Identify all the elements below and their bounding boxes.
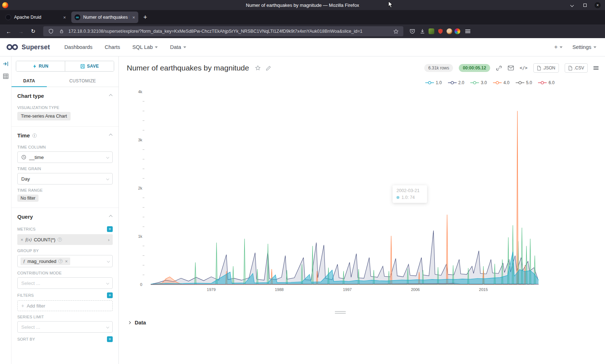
time-grain-label: TIME GRAIN: [17, 167, 113, 171]
tab-data[interactable]: DATA: [12, 75, 47, 87]
fx-icon: f(x): [26, 237, 32, 242]
save-button[interactable]: SAVE: [65, 61, 114, 71]
pocket-icon[interactable]: [408, 27, 416, 35]
timer-badge: 00:00:05.12: [459, 64, 490, 72]
timeseries-chart[interactable]: 01k2k3k4k19791988199720062015: [135, 87, 550, 297]
window-maximize-button[interactable]: [582, 2, 588, 8]
legend-item[interactable]: 2.0: [448, 80, 465, 85]
legend-item[interactable]: 5.0: [516, 80, 532, 85]
tooltip-date: 2002-03-21: [396, 188, 423, 193]
forward-button[interactable]: →: [16, 27, 26, 36]
back-button[interactable]: ←: [4, 27, 14, 36]
time-column-value: __time: [29, 155, 44, 160]
time-grain-select[interactable]: Day: [17, 173, 113, 185]
contribution-mode-select[interactable]: Select ...: [17, 277, 113, 289]
chart-legend: 1.02.03.04.05.06.0: [425, 80, 555, 85]
new-tab-button[interactable]: +: [143, 14, 147, 21]
reload-button[interactable]: ↻: [28, 27, 38, 36]
group-by-pill[interactable]: ƒ mag_rounded ? ×: [21, 258, 70, 265]
chevron-down-icon: [106, 177, 109, 180]
brand-name: Superset: [22, 44, 50, 51]
export-csv-button[interactable]: .CSV: [565, 63, 588, 73]
tab-label: Apache Druid: [14, 15, 60, 20]
browser-tab-superset[interactable]: ∞ Numer of earthquakes by ×: [71, 12, 138, 23]
email-icon[interactable]: [508, 65, 514, 70]
data-panel-label: Data: [135, 320, 146, 326]
viz-type-label: VISUALIZATION TYPE: [17, 105, 113, 110]
section-header[interactable]: Time i: [17, 127, 113, 141]
browser-tab-druid[interactable]: Apache Druid ×: [2, 12, 69, 23]
export-json-button[interactable]: .JSON: [533, 63, 559, 73]
legend-item[interactable]: 4.0: [493, 80, 510, 85]
data-panel-toggle[interactable]: Data: [128, 320, 146, 326]
legend-item[interactable]: 6.0: [538, 80, 555, 85]
metrics-label: METRICS: [17, 227, 36, 231]
download-icon[interactable]: [418, 27, 426, 35]
window-close-button[interactable]: ×: [595, 2, 601, 8]
nav-charts[interactable]: Charts: [105, 44, 120, 50]
superset-logo[interactable]: Superset: [6, 43, 50, 51]
svg-text:1979: 1979: [207, 287, 215, 292]
run-button[interactable]: RUN: [16, 61, 65, 71]
browser-menu-icon[interactable]: [464, 27, 472, 35]
chevron-down-icon: [106, 156, 109, 159]
metric-pill[interactable]: × f(x) COUNT(*) ? ›: [17, 234, 113, 245]
dataset-grid-icon[interactable]: [3, 73, 9, 81]
svg-text:1k: 1k: [138, 234, 142, 238]
chart-menu-icon[interactable]: [593, 68, 599, 68]
superset-tab-icon: ∞: [75, 14, 80, 20]
caret-right-icon: [128, 321, 131, 324]
lock-icon[interactable]: [58, 27, 66, 35]
ublock-extension-icon[interactable]: [436, 27, 444, 35]
resize-handle[interactable]: [335, 311, 346, 315]
browser-tab-bar: Apache Druid × ∞ Numer of earthquakes by…: [0, 10, 605, 24]
add-sort-by-button[interactable]: +: [107, 336, 113, 342]
rows-badge: 6.31k rows: [424, 64, 453, 72]
settings-menu[interactable]: Settings: [573, 44, 596, 50]
run-save-group: RUN SAVE: [16, 61, 114, 72]
window-minimize-button[interactable]: [569, 2, 575, 8]
time-column-select[interactable]: __time: [17, 151, 113, 163]
section-header[interactable]: Query: [17, 208, 113, 223]
remove-metric-icon[interactable]: ×: [21, 237, 23, 242]
nav-data[interactable]: Data: [170, 44, 186, 50]
section-header[interactable]: Chart type: [17, 87, 113, 102]
bookmark-star-icon[interactable]: [392, 27, 400, 35]
lightning-icon: [33, 64, 37, 69]
group-by-select[interactable]: ƒ mag_rounded ? ×: [17, 255, 113, 267]
add-filter-button[interactable]: +: [107, 292, 113, 298]
tab-close-icon[interactable]: ×: [63, 15, 66, 20]
remove-groupby-icon[interactable]: ×: [65, 259, 68, 264]
caret-right-icon[interactable]: ›: [108, 237, 109, 242]
extension-icon-pinwheel[interactable]: [454, 28, 460, 34]
favorite-star-icon[interactable]: [255, 65, 261, 71]
tracking-shield-icon[interactable]: [47, 27, 55, 35]
placeholder-text: Select ...: [21, 281, 40, 286]
add-filter-dropzone[interactable]: + Add filter: [17, 300, 113, 311]
extension-icon-avatar[interactable]: [447, 28, 452, 34]
section-time: Time i TIME COLUMN __time TIME GRAIN Day…: [12, 127, 118, 208]
series-limit-select[interactable]: Select ...: [17, 321, 113, 333]
window-title: Numer of earthquakes by magnitude — Mozi…: [0, 3, 605, 8]
add-metric-button[interactable]: +: [107, 226, 113, 232]
url-text: 172.18.0.3:32108/superset/explore/?form_…: [68, 29, 389, 34]
time-range-chip[interactable]: No filter: [17, 195, 39, 202]
nav-sql-lab[interactable]: SQL Lab: [133, 44, 158, 50]
nav-dashboards[interactable]: Dashboards: [64, 44, 93, 50]
caret-down-icon: [155, 46, 158, 48]
chevron-down-icon: [107, 260, 110, 263]
tab-customize[interactable]: CUSTOMIZE: [47, 75, 118, 87]
legend-item[interactable]: 3.0: [470, 80, 487, 85]
caret-down-icon: [593, 46, 596, 48]
collapse-panel-icon[interactable]: [3, 61, 9, 68]
extension-icon-green[interactable]: [429, 28, 434, 34]
url-bar[interactable]: 172.18.0.3:32108/superset/explore/?form_…: [43, 26, 403, 36]
embed-code-icon[interactable]: </>: [520, 65, 528, 70]
edit-pencil-icon[interactable]: [266, 65, 271, 71]
legend-item[interactable]: 1.0: [425, 80, 442, 85]
new-item-button[interactable]: +: [554, 44, 563, 51]
share-link-icon[interactable]: [496, 65, 502, 71]
svg-text:4k: 4k: [138, 90, 142, 94]
viz-type-chip[interactable]: Time-series Area Chart: [17, 112, 71, 120]
tab-close-icon[interactable]: ×: [132, 15, 135, 20]
